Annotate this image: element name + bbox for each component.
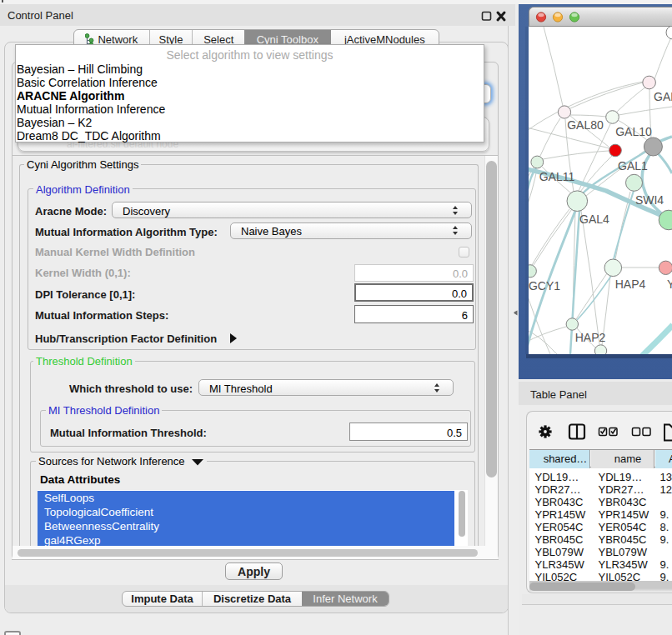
svg-text:GAL7: GAL7 [654, 90, 672, 103]
svg-text:YD: YD [667, 278, 672, 291]
svg-text:HAP4: HAP4 [615, 278, 646, 291]
svg-text:GAL4: GAL4 [579, 212, 609, 226]
svg-text:GAL80: GAL80 [567, 118, 604, 132]
svg-text:GAL11: GAL11 [539, 170, 575, 183]
svg-text:GAL1: GAL1 [618, 159, 648, 172]
svg-text:GCY1: GCY1 [529, 279, 560, 292]
svg-text:GAL10: GAL10 [615, 125, 652, 138]
svg-text:SWI4: SWI4 [635, 193, 664, 207]
svg-text:HAP2: HAP2 [575, 331, 606, 344]
